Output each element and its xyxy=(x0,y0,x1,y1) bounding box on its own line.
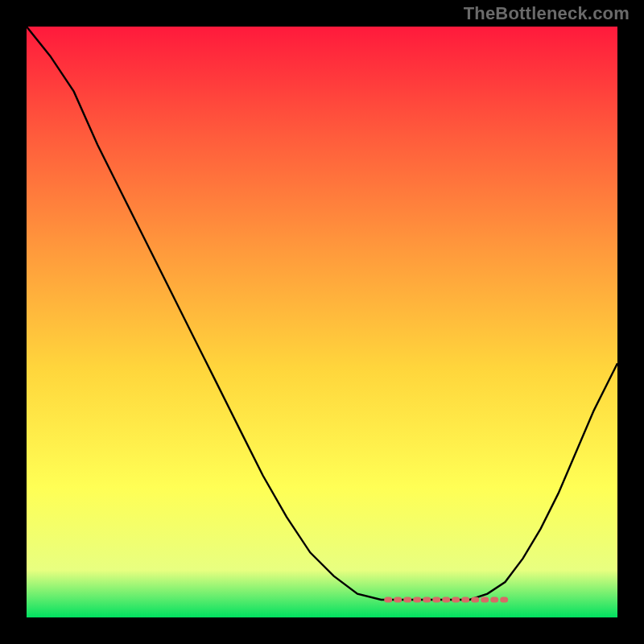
plot-area xyxy=(27,27,617,617)
bottleneck-chart xyxy=(27,27,617,617)
gradient-background xyxy=(27,27,617,617)
watermark-label: TheBottleneck.com xyxy=(464,3,630,24)
chart-frame: TheBottleneck.com xyxy=(0,0,644,644)
